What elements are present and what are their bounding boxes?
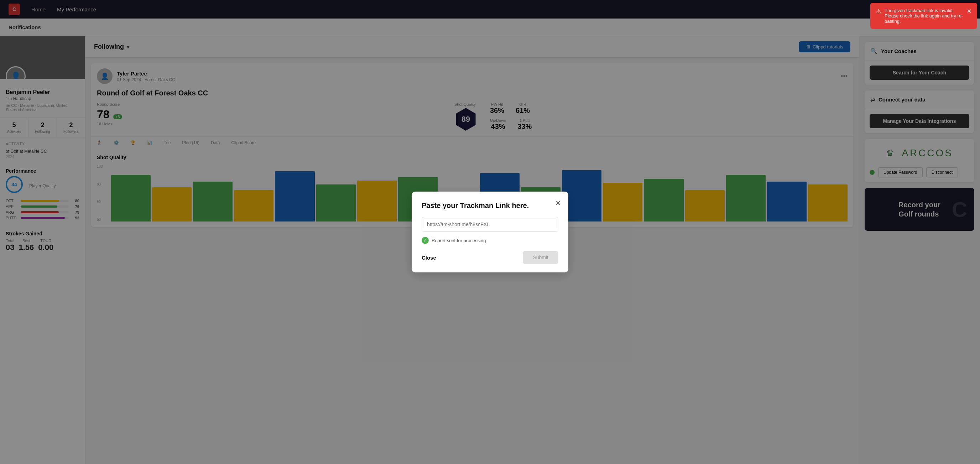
error-toast-message: The given trackman link is invalid. Plea… (885, 8, 963, 24)
modal-close-x-button[interactable]: ✕ (555, 199, 561, 207)
success-checkmark-icon: ✓ (422, 237, 429, 244)
success-text: Report sent for processing (431, 238, 486, 243)
error-toast: ⚠ The given trackman link is invalid. Pl… (870, 3, 977, 29)
toast-close-button[interactable]: ✕ (967, 8, 972, 14)
modal-title: Paste your Trackman Link here. (422, 202, 558, 210)
modal-overlay[interactable]: Paste your Trackman Link here. ✕ ✓ Repor… (0, 0, 980, 464)
trackman-link-input[interactable] (422, 217, 558, 232)
trackman-modal: Paste your Trackman Link here. ✕ ✓ Repor… (412, 192, 568, 272)
modal-close-button[interactable]: Close (422, 254, 436, 261)
warning-icon: ⚠ (876, 8, 881, 14)
modal-footer: Close Submit (422, 251, 558, 264)
modal-submit-button: Submit (523, 251, 558, 264)
modal-success-message: ✓ Report sent for processing (422, 237, 558, 244)
